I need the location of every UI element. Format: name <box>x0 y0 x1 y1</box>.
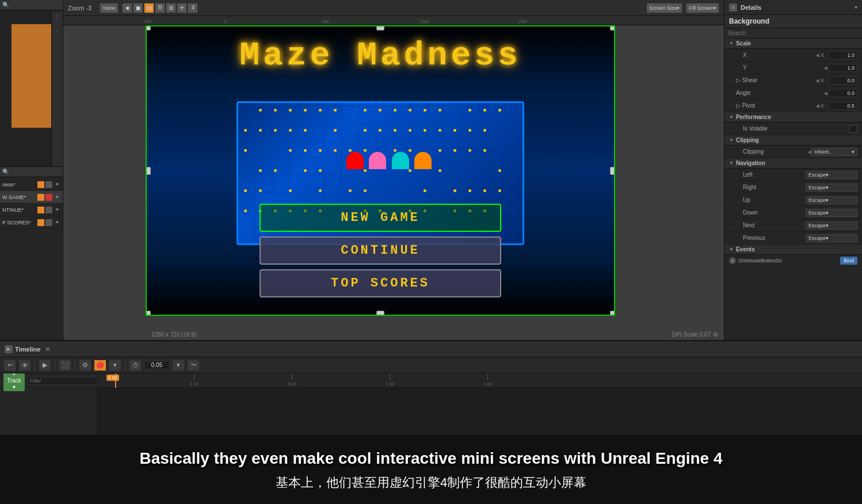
none-button[interactable]: None <box>100 3 119 13</box>
layer-panel: 🔍 ness* 👁 W GAME* 👁 <box>0 167 63 340</box>
handle-top-left[interactable] <box>146 25 151 30</box>
clock-icon: ⏱ <box>129 360 142 371</box>
subtitle-area: Basically they even make cool interactiv… <box>0 435 862 504</box>
angle-label: Angle <box>729 90 823 96</box>
record-button[interactable]: ⬛ <box>59 360 71 371</box>
menu-btn-top-scores[interactable]: TOP SCORES <box>260 269 501 297</box>
timeline-close-button[interactable]: ✕ <box>45 345 51 353</box>
scale-y-value-group: ◀ <box>823 64 857 72</box>
play-button[interactable]: ▶ <box>39 360 51 371</box>
clipping-section-header[interactable]: ▼ Clipping <box>724 135 862 146</box>
component-name: Background <box>724 15 862 28</box>
handle-bottom-left[interactable] <box>146 311 151 316</box>
snap-mode-button[interactable]: ▾ <box>109 360 121 371</box>
scale-y-arrow-left[interactable]: ◀ <box>823 65 827 71</box>
search-input[interactable] <box>728 30 859 36</box>
handle-top-right[interactable] <box>610 25 615 30</box>
playhead[interactable]: 0.00 <box>115 373 116 388</box>
time-input[interactable] <box>144 361 170 369</box>
details-search[interactable] <box>724 28 862 39</box>
settings-icon[interactable]: ⚙ <box>713 331 718 338</box>
eye-icon-2[interactable]: 👁 <box>54 207 60 213</box>
r-button[interactable]: R <box>155 3 165 13</box>
handle-mid-bottom[interactable] <box>376 311 384 316</box>
scale-x-arrow-left[interactable]: ◀ <box>815 52 819 58</box>
performance-section-header[interactable]: ▼ Performance <box>724 112 862 123</box>
scale-y-input[interactable] <box>829 64 857 72</box>
time-dropdown[interactable]: ▾ <box>172 360 185 371</box>
shear-arrow[interactable]: ◀ <box>815 78 819 83</box>
nav-down-dropdown[interactable]: Escape▾ <box>806 209 857 217</box>
perf-arrow: ▼ <box>729 114 734 120</box>
on-mouse-event-row: ◇ OnMouseButtonDc Bind <box>724 255 862 266</box>
angle-value-group: ◀ <box>823 89 857 97</box>
viewport-dpi-info: DPI Scale 0.67 ⚙ <box>672 331 718 338</box>
menu-btn-continue[interactable]: CONTINUE <box>260 236 501 265</box>
details-panel-header: ≡ Details ▾ <box>724 0 862 15</box>
snap-button[interactable]: 🔴 <box>94 360 106 371</box>
shape-btn-6[interactable]: 4 <box>188 3 198 13</box>
add-track-button[interactable]: + Track ▾ <box>3 373 25 391</box>
angle-row: Angle ◀ <box>724 87 862 100</box>
screen-size-dropdown[interactable]: Screen Size▾ <box>646 3 683 13</box>
events-section-header[interactable]: ▼ Events <box>724 245 862 255</box>
is-volatile-checkbox[interactable] <box>849 125 857 133</box>
clipping-left-arrow[interactable]: ◀ <box>807 149 811 155</box>
nav-left-dropdown[interactable]: Escape▾ <box>806 171 857 179</box>
layer-item-0[interactable]: ness* 👁 <box>0 178 63 191</box>
shape-btn-3[interactable]: ▤ <box>144 3 154 13</box>
layer-icon-gray-3 <box>45 219 52 226</box>
left-sidebar: 🔍 5 1 🔍 ness* 👁 <box>0 0 63 340</box>
curve-button[interactable]: 〜 <box>187 360 200 371</box>
navigation-section-header[interactable]: ▼ Navigation <box>724 158 862 169</box>
nav-down-row: Down Escape▾ <box>724 207 862 219</box>
eye-icon-1[interactable]: 👁 <box>54 194 60 201</box>
track-header-row: + Track ▾ 🔍 <box>0 373 97 388</box>
eye-icon-0[interactable]: 👁 <box>54 181 60 188</box>
layer-icon-orange-2 <box>37 207 44 213</box>
ghost-cyan <box>392 152 409 169</box>
eye-icon-3[interactable]: 👁 <box>54 219 60 226</box>
shear-input[interactable] <box>829 77 857 85</box>
sidebar-search[interactable]: 🔍 <box>0 0 63 10</box>
nav-right-dropdown[interactable]: Escape▾ <box>806 184 857 192</box>
panel-icon: ≡ <box>729 3 737 12</box>
settings-button[interactable]: ⚙ <box>79 360 91 371</box>
layer-item-2[interactable]: NTINUE* 👁 <box>0 204 63 216</box>
nav-previous-dropdown[interactable]: Escape▾ <box>806 234 857 242</box>
pivot-arrow[interactable]: ◀ <box>815 103 819 109</box>
nav-previous-label: Previous <box>729 235 806 241</box>
eye-view-button[interactable]: 👁 <box>18 360 31 371</box>
shape-btn-2[interactable]: ◼ <box>133 3 143 13</box>
shape-btn-5[interactable]: ✛ <box>177 3 187 13</box>
undo-button[interactable]: ↩ <box>3 360 16 371</box>
right-panel: ≡ Details ▾ Background ▼ Scale X ◀ X Y <box>724 0 862 340</box>
angle-arrow[interactable]: ◀ <box>823 90 827 96</box>
shear-value-group: ◀ X <box>815 77 857 85</box>
shape-btn-1[interactable]: ■ <box>122 3 132 13</box>
nav-up-dropdown[interactable]: Escape▾ <box>806 196 857 204</box>
fill-screen-dropdown[interactable]: Fill Screen▾ <box>686 3 719 13</box>
filter-input[interactable] <box>27 377 97 385</box>
layer-item-3[interactable]: P SCORES* 👁 <box>0 216 63 229</box>
bind-button[interactable]: Bind <box>840 257 857 265</box>
nav-next-dropdown[interactable]: Escape▾ <box>806 222 857 230</box>
layer-icon-orange-3 <box>37 219 44 226</box>
scale-section-header[interactable]: ▼ Scale <box>724 39 862 49</box>
handle-bottom-right[interactable] <box>610 311 615 316</box>
scale-x-input[interactable] <box>829 51 857 59</box>
layer-search[interactable]: 🔍 <box>0 167 63 177</box>
angle-input[interactable] <box>829 89 857 97</box>
handle-mid-right[interactable] <box>610 167 615 175</box>
layer-item-1[interactable]: W GAME* 👁 <box>0 191 63 204</box>
clipping-dropdown[interactable]: Inherit... ▾ <box>811 148 857 156</box>
menu-buttons: NEW GAME CONTINUE TOP SCORES <box>260 204 501 297</box>
playhead-time-label: 0.00 <box>106 375 119 381</box>
nav-right-label: Right <box>729 184 806 190</box>
panel-dropdown[interactable]: ▾ <box>855 4 857 10</box>
pivot-input[interactable] <box>829 102 857 110</box>
menu-btn-new-game[interactable]: NEW GAME <box>260 204 501 232</box>
shape-btn-4[interactable]: ⊞ <box>166 3 176 13</box>
handle-mid-left[interactable] <box>146 167 151 175</box>
handle-mid-top[interactable] <box>376 25 384 30</box>
